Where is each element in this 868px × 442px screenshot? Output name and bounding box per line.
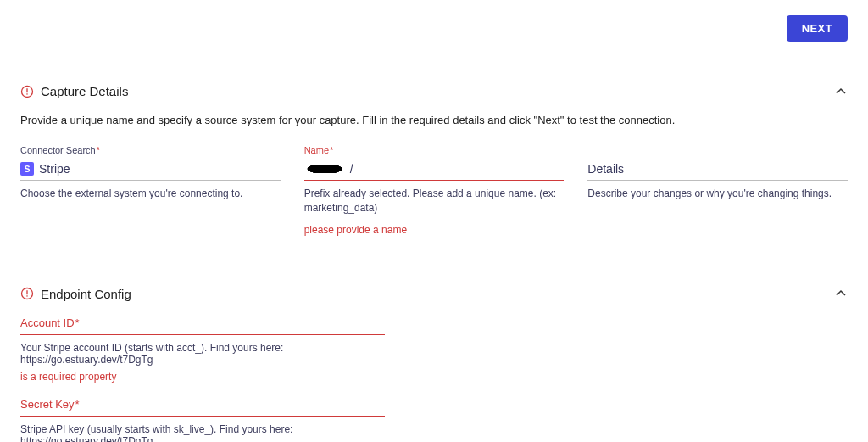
svg-rect-1 — [26, 88, 27, 92]
name-error: please provide a name — [304, 224, 565, 236]
name-label: Name* — [304, 145, 565, 155]
endpoint-config-header: Endpoint Config — [20, 287, 848, 301]
details-placeholder: Details — [587, 160, 848, 177]
top-actions-bar: NEXT — [20, 15, 848, 42]
alert-circle-icon — [20, 85, 34, 98]
connector-search-field: Connector Search* S Stripe Choose the ex… — [20, 145, 281, 236]
stripe-logo-icon: S — [20, 162, 34, 176]
capture-details-title: Capture Details — [41, 84, 128, 98]
collapse-capture-icon[interactable] — [834, 85, 848, 98]
connector-search-help: Choose the external system you're connec… — [20, 187, 281, 201]
name-help: Prefix already selected. Please add a un… — [304, 187, 565, 215]
name-value-suffix: / — [350, 160, 565, 177]
details-help: Describe your changes or why you're chan… — [587, 187, 848, 201]
connector-search-input[interactable]: S Stripe — [20, 160, 281, 181]
svg-rect-5 — [26, 295, 27, 296]
redacted-prefix-icon — [304, 165, 345, 173]
details-field: x Details Describe your changes or why y… — [587, 145, 848, 236]
next-button[interactable]: NEXT — [787, 15, 848, 42]
capture-details-header: Capture Details — [20, 84, 848, 98]
account-id-error: is a required property — [20, 371, 385, 383]
collapse-endpoint-icon[interactable] — [834, 287, 848, 300]
details-input[interactable]: Details — [587, 160, 848, 181]
secret-key-field: Secret Key* Stripe API key (usually star… — [20, 398, 385, 442]
account-id-field: Account ID* Your Stripe account ID (star… — [20, 316, 385, 383]
account-id-help: Your Stripe account ID (starts with acct… — [20, 342, 385, 366]
name-field: Name* / Prefix already selected. Please … — [304, 145, 565, 236]
secret-key-input[interactable]: Secret Key* — [20, 398, 385, 417]
svg-rect-2 — [26, 93, 27, 94]
svg-rect-4 — [26, 290, 27, 294]
secret-key-help: Stripe API key (usually starts with sk_l… — [20, 423, 385, 442]
endpoint-config-title: Endpoint Config — [41, 287, 131, 301]
name-input[interactable]: / — [304, 160, 565, 181]
connector-search-value: Stripe — [39, 160, 281, 177]
account-id-input[interactable]: Account ID* — [20, 316, 385, 335]
connector-search-label: Connector Search* — [20, 145, 281, 155]
alert-circle-icon — [20, 287, 34, 300]
capture-details-description: Provide a unique name and specify a sour… — [20, 114, 848, 126]
